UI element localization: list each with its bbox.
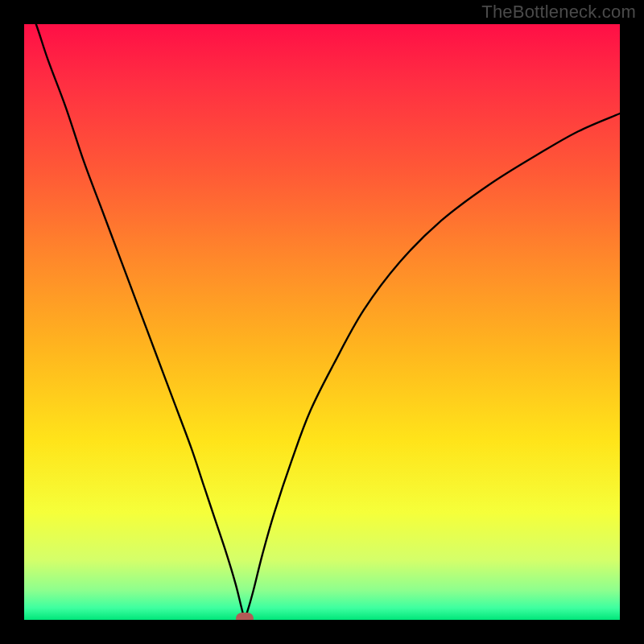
plot-area bbox=[24, 24, 620, 620]
bottleneck-curve bbox=[24, 24, 620, 620]
watermark-text: TheBottleneck.com bbox=[481, 2, 636, 23]
optimal-point-marker bbox=[236, 613, 254, 620]
chart-frame: TheBottleneck.com bbox=[0, 0, 644, 644]
